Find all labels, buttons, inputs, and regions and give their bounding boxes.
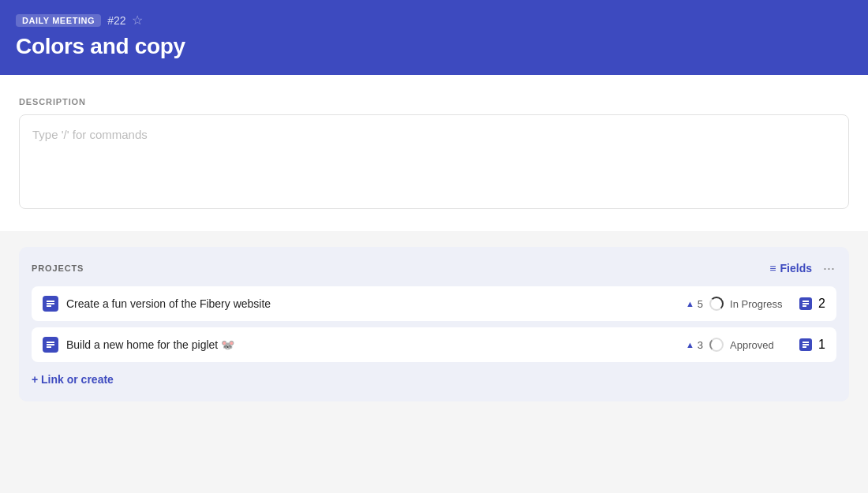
triangle-icon: ▲ [686,299,694,308]
project-row[interactable]: Create a fun version of the Fibery websi… [32,286,836,321]
more-options-button[interactable]: ··· [821,261,836,275]
status-label-2: Approved [730,339,793,351]
fields-button[interactable]: ≡ Fields [769,262,812,275]
count-value-1: 5 [698,298,703,310]
meeting-badge: DAILY MEETING [16,14,101,27]
fields-label: Fields [780,262,812,275]
projects-label: PROJECTS [32,263,84,273]
project-name: Create a fun version of the Fibery websi… [66,297,678,310]
status-label-1: In Progress [730,298,793,310]
project-meta: ▲ 5 In Progress 2 [686,297,825,311]
projects-actions: ≡ Fields ··· [769,261,836,275]
count-value-2: 3 [698,339,703,351]
description-input[interactable]: Type '/' for commands [19,114,849,209]
description-placeholder: Type '/' for commands [32,128,148,141]
fields-icon: ≡ [769,262,776,275]
project-icon [43,337,58,353]
project-row[interactable]: Build a new home for the piglet 🐭 ▲ 3 Ap… [32,327,836,362]
page-title: Colors and copy [16,34,852,59]
projects-header: PROJECTS ≡ Fields ··· [32,261,836,275]
project-name: Build a new home for the piglet 🐭 [66,338,678,351]
sub-icon-1 [799,297,812,310]
count-badge-2: ▲ 3 [686,339,703,351]
project-icon [43,296,58,312]
sub-icon-2 [799,338,812,351]
projects-section: PROJECTS ≡ Fields ··· Create a fun versi… [19,247,849,401]
sub-count-2: 1 [818,338,825,352]
header-meta: DAILY MEETING #22 ☆ [16,13,852,28]
page-header: DAILY MEETING #22 ☆ Colors and copy [0,0,868,75]
status-spinner-in-progress [709,297,724,311]
description-label: DESCRIPTION [19,97,849,106]
link-or-create-button[interactable]: + Link or create [32,373,114,386]
status-spinner-approved [709,338,724,352]
sub-count-1: 2 [818,297,825,311]
count-badge-1: ▲ 5 [686,298,703,310]
main-content: DESCRIPTION Type '/' for commands [0,75,868,231]
star-icon[interactable]: ☆ [132,13,143,28]
project-meta: ▲ 3 Approved 1 [686,338,825,352]
triangle-icon: ▲ [686,340,694,349]
link-or-create-label: + Link or create [32,373,114,386]
issue-number: #22 [107,14,125,27]
